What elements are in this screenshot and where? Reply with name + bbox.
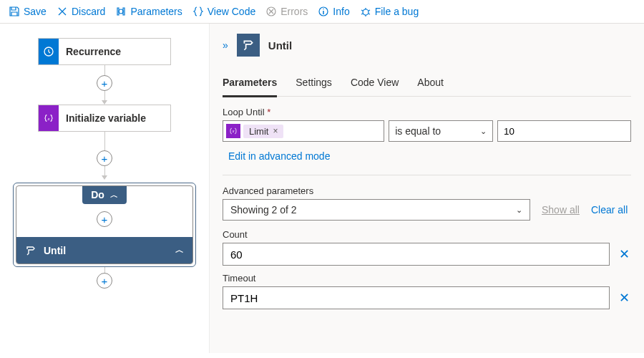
remove-token-button[interactable]: × <box>273 126 278 136</box>
count-input[interactable] <box>223 243 610 266</box>
view-code-label: View Code <box>208 6 255 17</box>
timeout-input[interactable] <box>223 286 610 309</box>
node-recurrence[interactable]: Recurrence <box>38 38 171 65</box>
file-bug-label: File a bug <box>375 6 419 17</box>
save-label: Save <box>24 6 47 17</box>
view-code-button[interactable]: View Code <box>192 6 255 17</box>
clear-count-button[interactable]: ✕ <box>617 246 631 262</box>
until-group-selected: Do ︿ + Until ︿ <box>13 183 196 267</box>
tab-parameters[interactable]: Parameters <box>223 72 277 97</box>
add-step-button[interactable]: + <box>97 75 112 91</box>
svg-point-3 <box>363 9 369 15</box>
panel-title: Until <box>268 39 292 52</box>
tab-about[interactable]: About <box>417 72 444 96</box>
discard-button[interactable]: Discard <box>57 6 105 17</box>
chevron-up-icon: ︿ <box>110 190 118 200</box>
tab-settings[interactable]: Settings <box>296 72 332 96</box>
operator-select[interactable]: is equal to ⌄ <box>389 120 493 142</box>
panel-tabs: Parameters Settings Code View About <box>223 72 631 97</box>
bug-icon <box>360 6 371 17</box>
recurrence-label: Recurrence <box>59 46 128 57</box>
properties-panel: » Until Parameters Settings Code View Ab… <box>209 24 644 353</box>
error-icon <box>265 6 277 17</box>
add-step-button[interactable]: + <box>97 150 112 166</box>
expression-input[interactable]: x Limit × <box>223 120 384 142</box>
until-group[interactable]: Do ︿ + Until ︿ <box>16 185 193 264</box>
errors-label: Errors <box>280 6 308 17</box>
chevron-down-icon: ⌄ <box>480 127 487 136</box>
token-limit[interactable]: Limit × <box>243 125 283 138</box>
tab-code-view[interactable]: Code View <box>351 72 399 96</box>
errors-button: Errors <box>265 6 308 17</box>
chevron-down-icon: ⌄ <box>516 205 522 215</box>
clock-icon <box>39 39 59 64</box>
add-step-button[interactable]: + <box>97 273 112 289</box>
do-header[interactable]: Do ︿ <box>82 185 127 204</box>
count-label: Count <box>223 229 631 240</box>
discard-label: Discard <box>72 6 105 17</box>
loop-until-label: Loop Until * <box>223 107 631 117</box>
do-label: Do <box>91 189 104 200</box>
loop-icon <box>25 245 36 256</box>
until-label: Until <box>44 245 66 256</box>
advanced-parameters-select[interactable]: Showing 2 of 2 ⌄ <box>223 199 530 221</box>
close-icon <box>57 6 68 17</box>
info-button[interactable]: Info <box>318 6 349 17</box>
parameters-button[interactable]: Parameters <box>115 6 182 17</box>
save-icon <box>9 6 20 17</box>
add-step-button[interactable]: + <box>97 211 112 227</box>
info-icon <box>318 6 329 17</box>
parameters-label: Parameters <box>130 6 182 17</box>
braces-icon <box>192 6 204 17</box>
parameters-icon <box>115 6 127 17</box>
toolbar: Save Discard Parameters View Code Errors… <box>0 0 644 24</box>
init-var-label: Initialize variable <box>59 112 153 124</box>
value-input[interactable] <box>497 120 631 142</box>
node-initialize-variable[interactable]: x Initialize variable <box>38 105 171 132</box>
file-bug-button[interactable]: File a bug <box>360 6 419 17</box>
svg-point-0 <box>119 9 123 14</box>
clear-all-link[interactable]: Clear all <box>591 204 628 216</box>
timeout-label: Timeout <box>223 273 631 284</box>
variable-icon: x <box>226 124 240 138</box>
save-button[interactable]: Save <box>9 6 47 17</box>
loop-icon <box>237 34 260 57</box>
chevron-up-icon: ︿ <box>175 244 184 256</box>
info-label: Info <box>333 6 349 17</box>
svg-text:x: x <box>232 129 235 133</box>
edit-advanced-mode-link[interactable]: Edit in advanced mode <box>228 150 330 162</box>
clear-timeout-button[interactable]: ✕ <box>617 290 631 306</box>
collapse-panel-button[interactable]: » <box>223 39 228 51</box>
designer-canvas: Recurrence + x Initialize variable + <box>0 24 209 353</box>
until-header[interactable]: Until ︿ <box>16 237 192 263</box>
advanced-parameters-label: Advanced parameters <box>223 185 631 196</box>
show-all-link[interactable]: Show all <box>542 204 580 216</box>
variable-icon: x <box>39 105 59 131</box>
svg-text:x: x <box>47 116 50 121</box>
